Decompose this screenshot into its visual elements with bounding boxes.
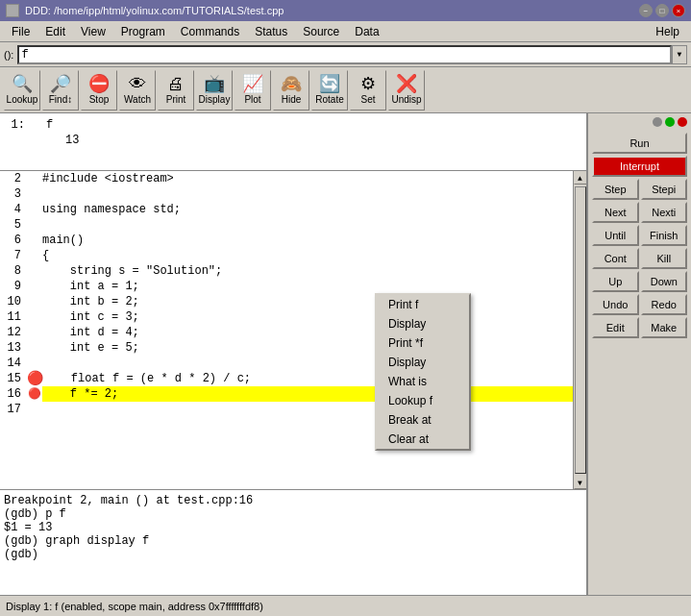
current-line-text: f *= 2; bbox=[42, 386, 573, 402]
stop-label: Stop bbox=[89, 94, 110, 105]
plot-button[interactable]: 📈 Plot bbox=[234, 70, 271, 111]
menu-help[interactable]: Help bbox=[648, 23, 687, 40]
hide-button[interactable]: 🙈 Hide bbox=[273, 70, 309, 111]
context-menu: Print f Display Print *f Display What is… bbox=[375, 293, 471, 451]
source-area: 1: f 13 2#include <iostream> 3 4using na… bbox=[0, 113, 587, 595]
context-display-2[interactable]: Display bbox=[377, 353, 469, 372]
console-area: Breakpoint 2, main () at test.cpp:16 (gd… bbox=[0, 489, 586, 595]
context-what-is[interactable]: What is bbox=[377, 372, 469, 391]
until-row: Until Finish bbox=[592, 225, 687, 246]
context-display-1[interactable]: Display bbox=[377, 314, 469, 333]
code-line-12: 12 int d = 4; bbox=[0, 325, 573, 340]
context-print-f[interactable]: Print f bbox=[377, 295, 469, 314]
breakpoint-arrow-marker-16: 🔴 bbox=[27, 386, 42, 402]
up-button[interactable]: Up bbox=[592, 271, 639, 292]
menu-program[interactable]: Program bbox=[113, 23, 173, 40]
stop-icon: ⛔ bbox=[88, 75, 110, 92]
code-line-4: 4using namespace std; bbox=[0, 202, 573, 217]
next-button[interactable]: Next bbox=[592, 202, 639, 223]
command-input[interactable] bbox=[17, 45, 672, 64]
watch-icon: 👁 bbox=[129, 75, 146, 92]
console-line-1: Breakpoint 2, main () at test.cpp:16 bbox=[4, 494, 582, 507]
context-lookup-f[interactable]: Lookup f bbox=[377, 391, 469, 410]
minimize-button[interactable]: − bbox=[639, 4, 653, 17]
down-button[interactable]: Down bbox=[641, 271, 688, 292]
cont-button[interactable]: Cont bbox=[592, 248, 639, 269]
context-break-at[interactable]: Break at bbox=[377, 410, 469, 430]
edit-row: Edit Make bbox=[592, 317, 687, 338]
code-line-10: 10 int b = 2; bbox=[0, 294, 573, 309]
menu-view[interactable]: View bbox=[73, 23, 113, 40]
window-controls: − □ × bbox=[639, 4, 685, 17]
kill-button[interactable]: Kill bbox=[641, 248, 688, 269]
code-line-16: 16 🔴 f *= 2; bbox=[0, 386, 573, 402]
next-row: Next Nexti bbox=[592, 202, 687, 223]
code-scroll[interactable]: 2#include <iostream> 3 4using namespace … bbox=[0, 171, 573, 489]
nexti-button[interactable]: Nexti bbox=[641, 202, 688, 223]
maximize-button[interactable]: □ bbox=[655, 4, 669, 17]
status-text: Display 1: f (enabled, scope main, addre… bbox=[6, 601, 263, 612]
context-print-star-f[interactable]: Print *f bbox=[377, 333, 469, 353]
menu-source[interactable]: Source bbox=[295, 23, 347, 40]
watch-button[interactable]: 👁 Watch bbox=[119, 70, 156, 111]
interrupt-row: Interrupt bbox=[592, 156, 687, 177]
var-row-2: 13 bbox=[4, 133, 582, 148]
make-button[interactable]: Make bbox=[641, 317, 688, 338]
stop-button[interactable]: ⛔ Stop bbox=[81, 70, 117, 111]
print-button[interactable]: 🖨 Print bbox=[158, 70, 194, 111]
finish-button[interactable]: Finish bbox=[641, 225, 688, 246]
step-button[interactable]: Step bbox=[592, 179, 639, 200]
menu-commands[interactable]: Commands bbox=[173, 23, 247, 40]
display-icon: 📺 bbox=[204, 75, 225, 92]
menu-bar: File Edit View Program Commands Status S… bbox=[0, 21, 691, 42]
toolbar: 🔍 Lookup 🔎 Find↕ ⛔ Stop 👁 Watch 🖨 Print … bbox=[0, 67, 691, 113]
variables-panel: 1: f 13 bbox=[0, 113, 586, 171]
code-scrollbar[interactable]: ▲ ▼ bbox=[573, 171, 586, 489]
undo-button[interactable]: Undo bbox=[592, 294, 639, 315]
var-name-1: f bbox=[46, 117, 582, 133]
console-line-5: (gdb) bbox=[4, 548, 582, 561]
scrollbar-down-arrow[interactable]: ▼ bbox=[574, 476, 587, 489]
command-dropdown-button[interactable]: ▼ bbox=[672, 45, 687, 64]
find-button[interactable]: 🔎 Find↕ bbox=[42, 70, 79, 111]
lookup-button[interactable]: 🔍 Lookup bbox=[4, 70, 40, 111]
var-num-1: 1: bbox=[4, 117, 31, 133]
code-line-14: 14 bbox=[0, 356, 573, 371]
until-button[interactable]: Until bbox=[592, 225, 639, 246]
set-label: Set bbox=[360, 94, 375, 105]
rotate-label: Rotate bbox=[315, 94, 343, 105]
command-label: (): bbox=[4, 49, 13, 61]
menu-data[interactable]: Data bbox=[347, 23, 386, 40]
code-line-6: 6main() bbox=[0, 233, 573, 248]
set-button[interactable]: ⚙ Set bbox=[350, 70, 386, 111]
right-top-bar bbox=[592, 117, 687, 127]
code-line-13: 13 int e = 5; bbox=[0, 340, 573, 356]
console-line-3: $1 = 13 bbox=[4, 521, 582, 534]
undisp-button[interactable]: ❌ Undisp bbox=[388, 70, 425, 111]
dot-red bbox=[678, 117, 687, 127]
menu-status[interactable]: Status bbox=[247, 23, 295, 40]
print-icon: 🖨 bbox=[167, 75, 185, 92]
code-line-5: 5 bbox=[0, 217, 573, 233]
redo-button[interactable]: Redo bbox=[641, 294, 688, 315]
close-button[interactable]: × bbox=[672, 4, 685, 17]
console-line-4: (gdb) graph display f bbox=[4, 534, 582, 548]
set-icon: ⚙ bbox=[360, 75, 376, 92]
rotate-button[interactable]: 🔄 Rotate bbox=[311, 70, 348, 111]
scrollbar-up-arrow[interactable]: ▲ bbox=[574, 171, 587, 185]
cont-row: Cont Kill bbox=[592, 248, 687, 269]
main-area: 1: f 13 2#include <iostream> 3 4using na… bbox=[0, 113, 691, 595]
breakpoint-marker-15: 🔴 bbox=[27, 371, 43, 386]
menu-file[interactable]: File bbox=[4, 23, 37, 40]
display-label: Display bbox=[199, 94, 231, 105]
menu-edit[interactable]: Edit bbox=[37, 23, 73, 40]
context-clear-at[interactable]: Clear at bbox=[377, 430, 469, 449]
hide-icon: 🙈 bbox=[281, 75, 302, 92]
display-button[interactable]: 📺 Display bbox=[196, 70, 233, 111]
edit-button[interactable]: Edit bbox=[592, 317, 639, 338]
stepi-button[interactable]: Stepi bbox=[641, 179, 688, 200]
run-button[interactable]: Run bbox=[592, 133, 687, 154]
dot-gray bbox=[653, 117, 662, 127]
interrupt-button[interactable]: Interrupt bbox=[592, 156, 687, 177]
scrollbar-thumb[interactable] bbox=[575, 186, 586, 474]
